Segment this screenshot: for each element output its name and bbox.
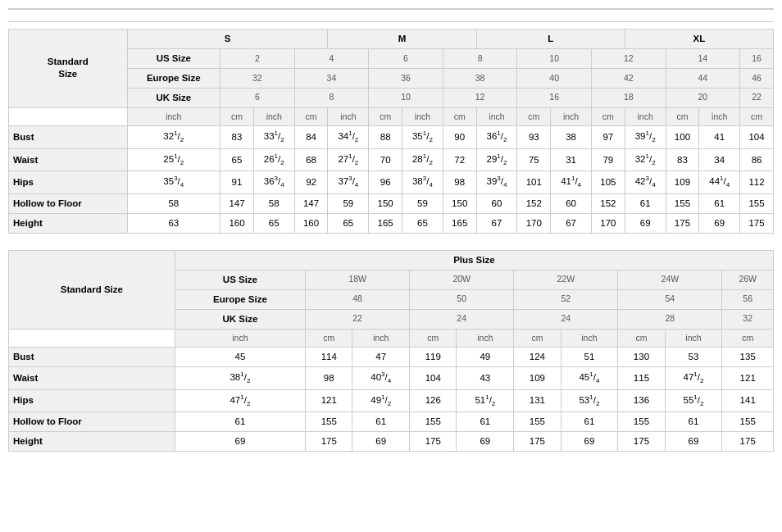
cell-t1-r4-c11: 170: [591, 213, 625, 233]
europe-size-row-label: Europe Size: [127, 68, 221, 88]
cell-t2-r4-c0: 69: [175, 432, 305, 452]
size-group-l: L: [476, 30, 625, 49]
t2-inch-4: inch: [665, 329, 722, 348]
cell-t2-r2-c6: 531/2: [561, 389, 618, 412]
cell-t2-r0-c8: 53: [665, 348, 722, 367]
t2-row-label-0: Bust: [9, 348, 175, 367]
row-label-1: Waist: [9, 148, 128, 171]
us-size-label-t2: US Size: [175, 270, 305, 289]
cell-t2-r3-c3: 155: [410, 412, 457, 432]
cell-t1-r1-c11: 79: [591, 148, 625, 171]
t2-eu-4: 56: [722, 289, 774, 309]
plus-size-main-header: Plus Size: [175, 250, 773, 270]
cell-t1-r3-c2: 58: [253, 193, 294, 213]
cell-t1-r2-c4: 373/4: [328, 171, 369, 194]
cell-t1-r0-c15: 104: [740, 126, 774, 149]
row-label-2: Hips: [9, 171, 128, 194]
cell-t1-r3-c15: 155: [740, 193, 774, 213]
us-size-7: 16: [740, 48, 774, 68]
cell-t2-r3-c0: 61: [175, 412, 305, 432]
cell-t1-r1-c1: 65: [221, 148, 254, 171]
cell-t1-r4-c15: 175: [740, 213, 774, 233]
cell-t1-r3-c13: 155: [666, 193, 699, 213]
cell-t1-r1-c15: 86: [740, 148, 774, 171]
eu-size-3: 38: [443, 68, 517, 88]
t2-unit-label: [9, 329, 175, 348]
cell-t1-r4-c0: 63: [127, 213, 221, 233]
cell-t2-r0-c1: 114: [306, 348, 352, 367]
page-title: [8, 8, 774, 22]
eu-size-2: 36: [369, 68, 443, 88]
cm-label-7: cm: [740, 107, 774, 126]
t2-inch-1: inch: [352, 329, 410, 348]
inch-label-5: inch: [551, 107, 592, 126]
standard-size-label: StandardSize: [9, 30, 128, 108]
cell-t1-r2-c14: 441/4: [699, 171, 740, 194]
eu-size-1: 34: [294, 68, 369, 88]
cell-t2-r0-c4: 49: [457, 348, 514, 367]
cell-t1-r4-c6: 65: [402, 213, 443, 233]
cell-t1-r0-c6: 351/2: [402, 126, 443, 149]
row-label-4: Height: [9, 213, 128, 233]
uk-size-3: 12: [443, 88, 517, 107]
cell-t1-r1-c2: 261/2: [253, 148, 294, 171]
cell-t1-r0-c1: 83: [221, 126, 254, 149]
t2-row-label-2: Hips: [9, 389, 175, 412]
cell-t1-r1-c9: 75: [517, 148, 551, 171]
t2-uk-3: 28: [618, 309, 722, 329]
standard-size-table: StandardSizeSMLXLUS Size246810121416Euro…: [8, 29, 774, 234]
cell-t1-r4-c9: 170: [517, 213, 551, 233]
cell-t2-r2-c0: 471/2: [175, 389, 305, 412]
inch-label-2: inch: [328, 107, 369, 126]
cell-t2-r0-c7: 130: [618, 348, 665, 367]
t2-us-1: 20W: [410, 270, 514, 289]
cell-t2-r0-c0: 45: [175, 348, 305, 367]
us-size-1: 4: [294, 48, 369, 68]
inch-label-1: inch: [253, 107, 294, 126]
cell-t2-r4-c6: 69: [561, 432, 618, 452]
uk-size-2: 10: [369, 88, 443, 107]
cell-t1-r3-c9: 152: [517, 193, 551, 213]
cell-t1-r3-c4: 59: [328, 193, 369, 213]
cell-t1-r3-c5: 150: [369, 193, 402, 213]
cell-t1-r0-c13: 100: [666, 126, 699, 149]
t2-cm-2: cm: [514, 329, 561, 348]
cell-t2-r1-c5: 109: [514, 367, 561, 390]
cell-t1-r4-c8: 67: [476, 213, 517, 233]
t2-cm-1: cm: [410, 329, 457, 348]
t2-eu-0: 48: [306, 289, 410, 309]
cell-t2-r2-c7: 136: [618, 389, 665, 412]
us-size-2: 6: [369, 48, 443, 68]
std-size-label-t2: Standard Size: [9, 250, 175, 329]
t2-inch-2: inch: [457, 329, 514, 348]
t2-uk-1: 24: [410, 309, 514, 329]
us-size-3: 8: [443, 48, 517, 68]
uk-size-5: 18: [591, 88, 666, 107]
cell-t2-r1-c8: 471/2: [665, 367, 722, 390]
cell-t1-r4-c14: 69: [699, 213, 740, 233]
cell-t2-r3-c6: 61: [561, 412, 618, 432]
t2-row-label-4: Height: [9, 432, 175, 452]
row-label-0: Bust: [9, 126, 128, 149]
cell-t2-r0-c5: 124: [514, 348, 561, 367]
cm-label-6: cm: [666, 107, 699, 126]
cell-t1-r2-c6: 383/4: [402, 171, 443, 194]
cell-t1-r1-c10: 31: [551, 148, 592, 171]
cell-t1-r1-c7: 72: [443, 148, 476, 171]
t2-cm-3: cm: [618, 329, 665, 348]
cell-t1-r2-c3: 92: [294, 171, 328, 194]
cell-t2-r2-c8: 551/2: [665, 389, 722, 412]
t2-us-3: 24W: [618, 270, 722, 289]
cell-t1-r4-c5: 165: [369, 213, 402, 233]
size-group-xl: XL: [625, 30, 773, 49]
cell-t1-r1-c12: 321/2: [625, 148, 666, 171]
cell-t2-r1-c9: 121: [722, 367, 774, 390]
cell-t1-r3-c8: 60: [476, 193, 517, 213]
cell-t1-r4-c4: 65: [328, 213, 369, 233]
cell-t2-r0-c6: 51: [561, 348, 618, 367]
t2-uk-2: 24: [514, 309, 618, 329]
eu-size-5: 42: [591, 68, 666, 88]
cell-t2-r2-c5: 131: [514, 389, 561, 412]
cell-t1-r3-c12: 61: [625, 193, 666, 213]
cell-t2-r3-c8: 61: [665, 412, 722, 432]
